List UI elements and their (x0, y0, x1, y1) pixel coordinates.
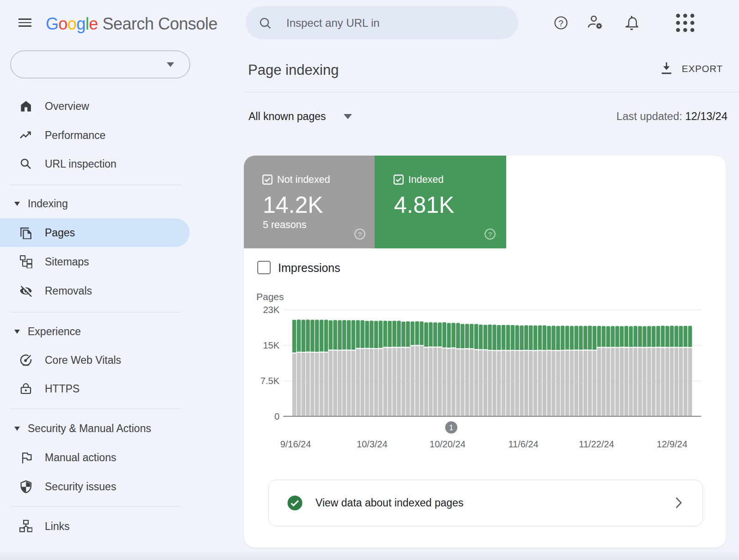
svg-text:11/22/24: 11/22/24 (579, 439, 614, 449)
svg-text:11/6/24: 11/6/24 (508, 439, 538, 449)
svg-text:12/9/24: 12/9/24 (657, 439, 688, 449)
svg-text:1: 1 (449, 424, 454, 432)
svg-text:9/16/24: 9/16/24 (280, 439, 311, 449)
svg-text:15K: 15K (263, 340, 279, 350)
svg-text:?: ? (358, 230, 362, 238)
svg-text:10/3/24: 10/3/24 (357, 439, 388, 449)
svg-text:0: 0 (274, 411, 279, 422)
svg-text:?: ? (558, 18, 563, 28)
svg-text:Pages: Pages (256, 291, 284, 302)
svg-text:?: ? (488, 230, 492, 238)
svg-text:23K: 23K (263, 305, 279, 315)
svg-text:7.5K: 7.5K (260, 376, 280, 386)
svg-text:10/20/24: 10/20/24 (430, 439, 466, 449)
